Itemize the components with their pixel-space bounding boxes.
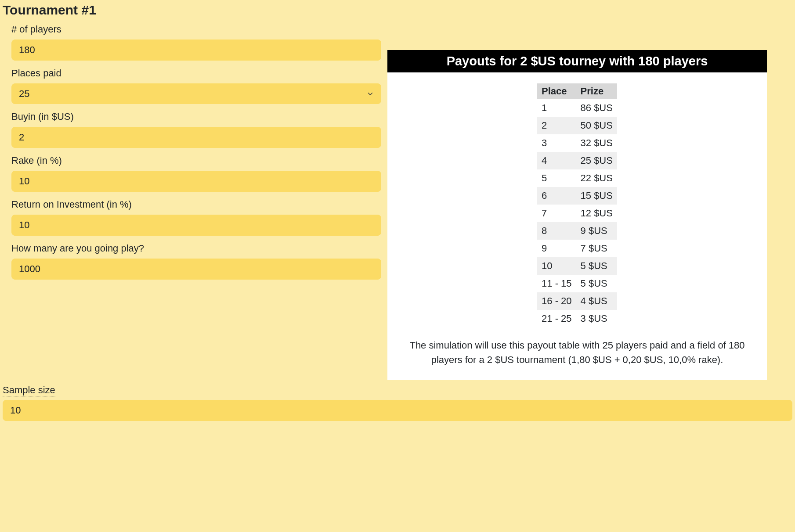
roi-input[interactable] — [11, 215, 381, 236]
table-row: 186 $US — [537, 99, 617, 117]
cell-place: 5 — [537, 169, 576, 187]
cell-place: 10 — [537, 257, 576, 275]
table-row: 332 $US — [537, 134, 617, 152]
cell-prize: 15 $US — [576, 187, 617, 205]
payout-panel: Payouts for 2 $US tourney with 180 playe… — [385, 24, 767, 380]
places-paid-select[interactable]: 25 — [11, 83, 381, 104]
payout-title: Payouts for 2 $US tourney with 180 playe… — [387, 50, 767, 72]
cell-place: 11 - 15 — [537, 275, 576, 292]
players-input[interactable] — [11, 40, 381, 61]
cell-prize: 22 $US — [576, 169, 617, 187]
table-row: 250 $US — [537, 117, 617, 134]
cell-place: 9 — [537, 240, 576, 257]
cell-place: 16 - 20 — [537, 292, 576, 310]
table-row: 712 $US — [537, 205, 617, 222]
cell-place: 21 - 25 — [537, 310, 576, 327]
page-heading: Tournament #1 — [3, 3, 792, 18]
cell-place: 7 — [537, 205, 576, 222]
table-row: 425 $US — [537, 152, 617, 169]
form-panel: # of players Places paid 25 Buyin (in $U… — [3, 24, 385, 380]
roi-label: Return on Investment (in %) — [11, 199, 381, 210]
table-row: 615 $US — [537, 187, 617, 205]
how-many-label: How many are you going play? — [11, 243, 381, 254]
cell-prize: 5 $US — [576, 257, 617, 275]
cell-place: 4 — [537, 152, 576, 169]
cell-prize: 50 $US — [576, 117, 617, 134]
cell-place: 8 — [537, 222, 576, 240]
table-row: 522 $US — [537, 169, 617, 187]
cell-prize: 25 $US — [576, 152, 617, 169]
sample-size-input[interactable] — [3, 400, 792, 421]
payout-table: Place Prize 186 $US250 $US332 $US425 $US… — [537, 83, 617, 327]
table-row: 11 - 155 $US — [537, 275, 617, 292]
cell-prize: 7 $US — [576, 240, 617, 257]
table-row: 16 - 204 $US — [537, 292, 617, 310]
sim-description: The simulation will use this payout tabl… — [401, 338, 754, 367]
rake-input[interactable] — [11, 171, 381, 192]
table-row: 21 - 253 $US — [537, 310, 617, 327]
sample-size-label: Sample size — [3, 385, 55, 396]
buyin-input[interactable] — [11, 127, 381, 148]
rake-label: Rake (in %) — [11, 155, 381, 166]
table-row: 89 $US — [537, 222, 617, 240]
col-prize: Prize — [576, 83, 617, 99]
table-row: 97 $US — [537, 240, 617, 257]
cell-prize: 3 $US — [576, 310, 617, 327]
cell-prize: 4 $US — [576, 292, 617, 310]
cell-place: 3 — [537, 134, 576, 152]
buyin-label: Buyin (in $US) — [11, 111, 381, 122]
cell-prize: 5 $US — [576, 275, 617, 292]
how-many-input[interactable] — [11, 259, 381, 280]
players-label: # of players — [11, 24, 381, 35]
cell-prize: 86 $US — [576, 99, 617, 117]
table-row: 105 $US — [537, 257, 617, 275]
cell-place: 6 — [537, 187, 576, 205]
cell-prize: 12 $US — [576, 205, 617, 222]
cell-prize: 9 $US — [576, 222, 617, 240]
cell-place: 1 — [537, 99, 576, 117]
places-paid-label: Places paid — [11, 68, 381, 79]
col-place: Place — [537, 83, 576, 99]
cell-place: 2 — [537, 117, 576, 134]
cell-prize: 32 $US — [576, 134, 617, 152]
